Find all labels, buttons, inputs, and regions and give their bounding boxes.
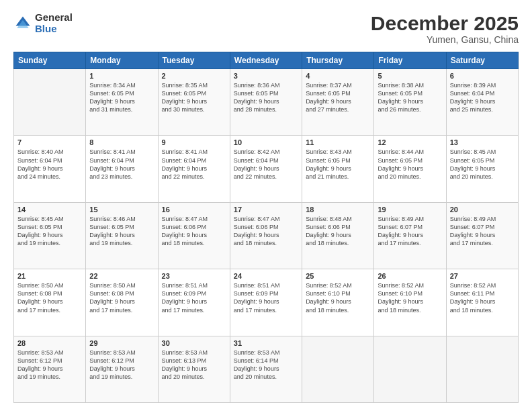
day-info: Sunrise: 8:50 AMSunset: 6:08 PMDaylight:… [89, 281, 154, 314]
weekday-header-monday: Monday [86, 52, 158, 69]
table-row: 9Sunrise: 8:41 AMSunset: 6:04 PMDaylight… [158, 136, 230, 202]
table-row: 13Sunrise: 8:45 AMSunset: 6:05 PMDayligh… [446, 136, 518, 202]
day-info: Sunrise: 8:40 AMSunset: 6:04 PMDaylight:… [17, 148, 82, 181]
day-number: 7 [17, 138, 82, 146]
table-row: 21Sunrise: 8:50 AMSunset: 6:08 PMDayligh… [14, 269, 86, 336]
table-row: 17Sunrise: 8:47 AMSunset: 6:06 PMDayligh… [230, 202, 302, 269]
calendar-week-5: 28Sunrise: 8:53 AMSunset: 6:12 PMDayligh… [14, 336, 519, 402]
table-row: 28Sunrise: 8:53 AMSunset: 6:12 PMDayligh… [14, 336, 86, 402]
calendar-table: SundayMondayTuesdayWednesdayThursdayFrid… [13, 52, 519, 403]
table-row: 19Sunrise: 8:49 AMSunset: 6:07 PMDayligh… [374, 202, 446, 269]
day-number: 2 [162, 72, 226, 80]
page: General Blue December 2025 Yumen, Gansu,… [0, 0, 532, 411]
day-number: 9 [162, 138, 226, 146]
day-info: Sunrise: 8:39 AMSunset: 6:04 PMDaylight:… [450, 81, 515, 114]
day-info: Sunrise: 8:45 AMSunset: 6:05 PMDaylight:… [450, 148, 515, 181]
table-row: 5Sunrise: 8:38 AMSunset: 6:05 PMDaylight… [374, 69, 446, 136]
day-info: Sunrise: 8:47 AMSunset: 6:06 PMDaylight:… [234, 215, 298, 248]
weekday-header-thursday: Thursday [302, 52, 374, 69]
day-info: Sunrise: 8:53 AMSunset: 6:12 PMDaylight:… [17, 349, 82, 381]
table-row: 8Sunrise: 8:41 AMSunset: 6:04 PMDaylight… [86, 136, 158, 202]
day-number: 6 [450, 72, 515, 80]
day-info: Sunrise: 8:48 AMSunset: 6:06 PMDaylight:… [306, 215, 370, 248]
logo: General Blue [13, 12, 73, 34]
day-number: 18 [306, 205, 370, 214]
day-number: 31 [234, 339, 298, 347]
table-row: 11Sunrise: 8:43 AMSunset: 6:05 PMDayligh… [302, 136, 374, 202]
calendar-week-1: 1Sunrise: 8:34 AMSunset: 6:05 PMDaylight… [14, 69, 519, 136]
weekday-header-wednesday: Wednesday [230, 52, 302, 69]
day-info: Sunrise: 8:52 AMSunset: 6:10 PMDaylight:… [378, 281, 442, 314]
table-row: 15Sunrise: 8:46 AMSunset: 6:05 PMDayligh… [86, 202, 158, 269]
table-row: 1Sunrise: 8:34 AMSunset: 6:05 PMDaylight… [86, 69, 158, 136]
table-row [14, 69, 86, 136]
calendar-subtitle: Yumen, Gansu, China [371, 34, 519, 45]
logo-blue-label: Blue [35, 24, 73, 35]
day-info: Sunrise: 8:52 AMSunset: 6:11 PMDaylight:… [450, 281, 515, 314]
day-info: Sunrise: 8:51 AMSunset: 6:09 PMDaylight:… [234, 281, 298, 314]
day-number: 17 [234, 205, 298, 214]
day-info: Sunrise: 8:53 AMSunset: 6:14 PMDaylight:… [234, 349, 298, 381]
table-row: 30Sunrise: 8:53 AMSunset: 6:13 PMDayligh… [158, 336, 230, 402]
day-number: 29 [89, 339, 154, 347]
day-number: 14 [17, 205, 82, 214]
table-row: 16Sunrise: 8:47 AMSunset: 6:06 PMDayligh… [158, 202, 230, 269]
day-number: 30 [162, 339, 226, 347]
calendar-title: December 2025 [371, 12, 519, 34]
table-row: 24Sunrise: 8:51 AMSunset: 6:09 PMDayligh… [230, 269, 302, 336]
day-info: Sunrise: 8:46 AMSunset: 6:05 PMDaylight:… [89, 215, 154, 248]
day-number: 19 [378, 205, 442, 214]
logo-general-label: General [35, 12, 73, 24]
table-row: 27Sunrise: 8:52 AMSunset: 6:11 PMDayligh… [446, 269, 518, 336]
day-info: Sunrise: 8:36 AMSunset: 6:05 PMDaylight:… [234, 81, 298, 114]
day-info: Sunrise: 8:45 AMSunset: 6:05 PMDaylight:… [17, 215, 82, 248]
title-block: December 2025 Yumen, Gansu, China [371, 12, 519, 45]
table-row: 22Sunrise: 8:50 AMSunset: 6:08 PMDayligh… [86, 269, 158, 336]
table-row: 25Sunrise: 8:52 AMSunset: 6:10 PMDayligh… [302, 269, 374, 336]
table-row: 2Sunrise: 8:35 AMSunset: 6:05 PMDaylight… [158, 69, 230, 136]
day-number: 8 [89, 138, 154, 146]
table-row: 10Sunrise: 8:42 AMSunset: 6:04 PMDayligh… [230, 136, 302, 202]
day-number: 4 [306, 72, 370, 80]
weekday-header-row: SundayMondayTuesdayWednesdayThursdayFrid… [14, 52, 519, 69]
table-row: 3Sunrise: 8:36 AMSunset: 6:05 PMDaylight… [230, 69, 302, 136]
table-row: 23Sunrise: 8:51 AMSunset: 6:09 PMDayligh… [158, 269, 230, 336]
day-info: Sunrise: 8:42 AMSunset: 6:04 PMDaylight:… [234, 148, 298, 181]
day-info: Sunrise: 8:38 AMSunset: 6:05 PMDaylight:… [378, 81, 442, 114]
day-number: 16 [162, 205, 226, 214]
day-number: 1 [89, 72, 154, 80]
table-row: 31Sunrise: 8:53 AMSunset: 6:14 PMDayligh… [230, 336, 302, 402]
day-number: 23 [162, 272, 226, 280]
calendar-week-3: 14Sunrise: 8:45 AMSunset: 6:05 PMDayligh… [14, 202, 519, 269]
day-info: Sunrise: 8:35 AMSunset: 6:05 PMDaylight:… [162, 81, 226, 114]
table-row [446, 336, 518, 402]
day-number: 24 [234, 272, 298, 280]
day-number: 28 [17, 339, 82, 347]
day-number: 20 [450, 205, 515, 214]
calendar-header: SundayMondayTuesdayWednesdayThursdayFrid… [14, 52, 519, 69]
table-row: 14Sunrise: 8:45 AMSunset: 6:05 PMDayligh… [14, 202, 86, 269]
day-info: Sunrise: 8:52 AMSunset: 6:10 PMDaylight:… [306, 281, 370, 314]
weekday-header-saturday: Saturday [446, 52, 518, 69]
table-row: 7Sunrise: 8:40 AMSunset: 6:04 PMDaylight… [14, 136, 86, 202]
day-info: Sunrise: 8:47 AMSunset: 6:06 PMDaylight:… [162, 215, 226, 248]
day-info: Sunrise: 8:37 AMSunset: 6:05 PMDaylight:… [306, 81, 370, 114]
day-number: 11 [306, 138, 370, 146]
day-number: 13 [450, 138, 515, 146]
day-info: Sunrise: 8:49 AMSunset: 6:07 PMDaylight:… [450, 215, 515, 248]
day-number: 10 [234, 138, 298, 146]
logo-icon [13, 14, 32, 33]
day-number: 5 [378, 72, 442, 80]
day-info: Sunrise: 8:41 AMSunset: 6:04 PMDaylight:… [89, 148, 154, 181]
table-row: 26Sunrise: 8:52 AMSunset: 6:10 PMDayligh… [374, 269, 446, 336]
day-info: Sunrise: 8:41 AMSunset: 6:04 PMDaylight:… [162, 148, 226, 181]
day-info: Sunrise: 8:44 AMSunset: 6:05 PMDaylight:… [378, 148, 442, 181]
logo-text: General Blue [35, 12, 73, 34]
day-info: Sunrise: 8:34 AMSunset: 6:05 PMDaylight:… [89, 81, 154, 114]
day-number: 26 [378, 272, 442, 280]
weekday-header-sunday: Sunday [14, 52, 86, 69]
table-row: 6Sunrise: 8:39 AMSunset: 6:04 PMDaylight… [446, 69, 518, 136]
day-info: Sunrise: 8:50 AMSunset: 6:08 PMDaylight:… [17, 281, 82, 314]
table-row: 18Sunrise: 8:48 AMSunset: 6:06 PMDayligh… [302, 202, 374, 269]
table-row: 12Sunrise: 8:44 AMSunset: 6:05 PMDayligh… [374, 136, 446, 202]
